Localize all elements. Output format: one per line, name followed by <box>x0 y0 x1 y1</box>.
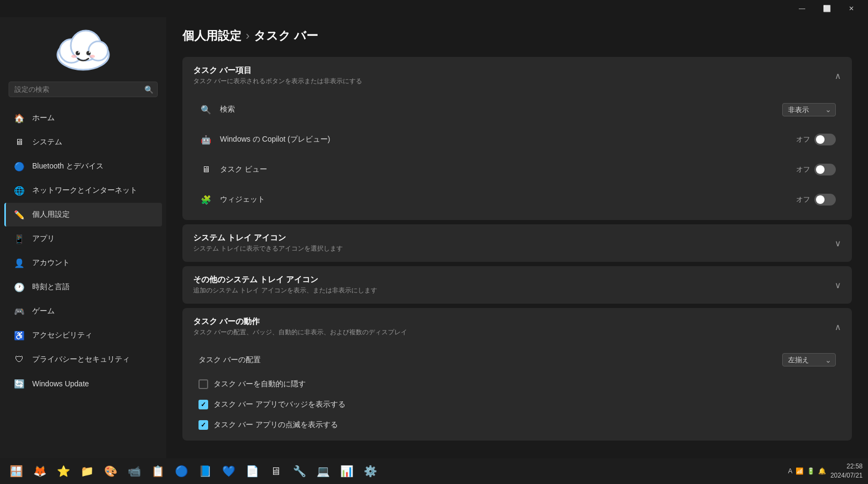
section-taskbar-items: タスク バー項目タスク バーに表示されるボタンを表示または非表示にする∧🔍検索非… <box>182 57 852 220</box>
system-icon: 🖥 <box>13 136 26 149</box>
sidebar-item-bluetooth[interactable]: 🔵Bluetooth とデバイス <box>4 155 162 178</box>
setting-icon-search: 🔍 <box>198 102 214 117</box>
checkbox-auto-hide[interactable] <box>198 379 208 389</box>
setting-label-search: 検索 <box>220 105 235 114</box>
home-label: ホーム <box>32 113 55 123</box>
taskbar-clock: 22:58 2024/07/21 <box>830 462 863 480</box>
section-title-taskbar-items: タスク バー項目 <box>193 65 362 76</box>
taskbar-app-2[interactable]: ⭐ <box>53 460 74 482</box>
section-chevron-taskbar-behavior: ∧ <box>835 322 841 332</box>
sidebar-item-time[interactable]: 🕐時刻と言語 <box>4 275 162 299</box>
svg-point-8 <box>78 52 80 53</box>
accessibility-label: アクセシビリティ <box>32 331 92 340</box>
checkbox-flashing[interactable] <box>198 420 208 430</box>
sidebar-item-windows-update[interactable]: 🔄Windows Update <box>4 372 162 395</box>
section-system-tray-icons: システム トレイ アイコンシステム トレイに表示できるアイコンを選択します∨ <box>182 224 852 262</box>
sidebar: 🔍 🏠ホーム🖥システム🔵Bluetooth とデバイス🌐ネットワークとインターネ… <box>0 17 166 458</box>
taskbar-app-14[interactable]: 📊 <box>336 460 357 482</box>
breadcrumb-parent: 個人用設定 <box>182 28 241 44</box>
setting-icon-task-view: 🖥 <box>198 162 214 177</box>
section-header-system-tray-icons[interactable]: システム トレイ アイコンシステム トレイに表示できるアイコンを選択します∨ <box>182 224 852 262</box>
toggle-copilot[interactable] <box>814 134 836 145</box>
section-header-taskbar-behavior[interactable]: タスク バーの動作タスク バーの配置、バッジ、自動的に非表示、および複数のディス… <box>182 308 852 346</box>
taskbar-align-row: タスク バーの配置左揃え中央揃え <box>188 346 847 374</box>
taskbar-app-8[interactable]: 📘 <box>194 460 216 482</box>
search-icon: 🔍 <box>144 85 153 94</box>
checkbox-row-badge: タスク バー アプリでバッジを表示する <box>188 394 847 415</box>
setting-row-widgets: 🧩ウィジェットオフ <box>188 185 847 215</box>
section-subtitle-other-system-tray: 追加のシステム トレイ アイコンを表示、または非表示にします <box>193 286 377 295</box>
taskbar-align-label: タスク バーの配置 <box>198 355 261 365</box>
taskbar-app-3[interactable]: 📁 <box>76 460 98 482</box>
taskbar-app-1[interactable]: 🦊 <box>29 460 50 482</box>
taskbar-app-13[interactable]: 💻 <box>312 460 334 482</box>
app-logo <box>0 17 166 82</box>
accounts-icon: 👤 <box>13 256 26 269</box>
taskbar-app-11[interactable]: 🖥 <box>265 460 286 482</box>
section-chevron-system-tray-icons: ∨ <box>835 238 841 248</box>
sidebar-item-accounts[interactable]: 👤アカウント <box>4 251 162 275</box>
sidebar-item-personalization[interactable]: ✏️個人用設定 <box>4 203 162 226</box>
taskbar-app-10[interactable]: 📄 <box>241 460 263 482</box>
section-chevron-taskbar-items: ∧ <box>835 71 841 81</box>
taskbar-app-6[interactable]: 📋 <box>147 460 168 482</box>
apps-icon: 📱 <box>13 232 26 245</box>
sidebar-item-privacy[interactable]: 🛡プライバシーとセキュリティ <box>4 348 162 371</box>
taskbar-app-5[interactable]: 📹 <box>123 460 145 482</box>
section-subtitle-taskbar-items: タスク バーに表示されるボタンを表示または非表示にする <box>193 77 362 86</box>
network-icon: 🌐 <box>13 184 26 197</box>
select-search[interactable]: 非表示表示 <box>782 103 836 116</box>
close-button[interactable]: ✕ <box>839 0 864 17</box>
titlebar: — ⬜ ✕ <box>0 0 868 17</box>
taskbar-app-7[interactable]: 🔵 <box>171 460 192 482</box>
section-taskbar-behavior: タスク バーの動作タスク バーの配置、バッジ、自動的に非表示、および複数のディス… <box>182 308 852 441</box>
setting-label-widgets: ウィジェット <box>220 195 265 204</box>
personalization-icon: ✏️ <box>13 208 26 221</box>
toggle-widgets[interactable] <box>814 194 836 206</box>
taskbar-app-15[interactable]: ⚙️ <box>359 460 381 482</box>
taskbar-apps: 🪟🦊⭐📁🎨📹📋🔵📘💙📄🖥🔧💻📊⚙️ <box>5 460 381 482</box>
sidebar-item-network[interactable]: 🌐ネットワークとインターネット <box>4 179 162 202</box>
time-icon: 🕐 <box>13 281 26 294</box>
taskbar-app-4[interactable]: 🎨 <box>100 460 121 482</box>
taskbar-app-12[interactable]: 🔧 <box>289 460 310 482</box>
search-input[interactable] <box>9 82 158 97</box>
minimize-button[interactable]: — <box>790 0 814 17</box>
sidebar-item-home[interactable]: 🏠ホーム <box>4 106 162 130</box>
gaming-label: ゲーム <box>32 306 55 316</box>
section-header-other-system-tray[interactable]: その他のシステム トレイ アイコン追加のシステム トレイ アイコンを表示、または… <box>182 266 852 304</box>
windows-update-icon: 🔄 <box>13 377 26 390</box>
taskbar-right: A 📶 🔋 🔔 22:58 2024/07/21 <box>788 462 863 480</box>
section-header-taskbar-items[interactable]: タスク バー項目タスク バーに表示されるボタンを表示または非表示にする∧ <box>182 57 852 94</box>
sidebar-item-gaming[interactable]: 🎮ゲーム <box>4 299 162 323</box>
checkbox-badge[interactable] <box>198 400 208 409</box>
toggle-label-task-view: オフ <box>796 165 810 174</box>
setting-label-task-view: タスク ビュー <box>220 165 267 174</box>
setting-row-copilot: 🤖Windows の Copilot (プレビュー)オフ <box>188 124 847 155</box>
nav-list: 🏠ホーム🖥システム🔵Bluetooth とデバイス🌐ネットワークとインターネット… <box>0 106 166 396</box>
personalization-label: 個人用設定 <box>32 210 70 219</box>
section-content-taskbar-behavior: タスク バーの配置左揃え中央揃えタスク バーを自動的に隠すタスク バー アプリで… <box>182 346 852 441</box>
sidebar-item-apps[interactable]: 📱アプリ <box>4 227 162 251</box>
section-title-system-tray-icons: システム トレイ アイコン <box>193 233 343 243</box>
toggle-label-widgets: オフ <box>796 195 810 204</box>
taskbar-sys-icons: A 📶 🔋 🔔 <box>788 467 826 475</box>
taskbar-app-0[interactable]: 🪟 <box>5 460 27 482</box>
breadcrumb: 個人用設定 › タスク バー <box>182 28 852 44</box>
taskbar-app-9[interactable]: 💙 <box>218 460 239 482</box>
maximize-button[interactable]: ⬜ <box>814 0 839 17</box>
bluetooth-label: Bluetooth とデバイス <box>32 162 104 171</box>
taskbar-date-display: 2024/07/21 <box>830 471 863 480</box>
checkbox-row-flashing: タスク バー アプリの点滅を表示する <box>188 415 847 435</box>
setting-row-search: 🔍検索非表示表示 <box>188 94 847 124</box>
toggle-task-view[interactable] <box>814 164 836 175</box>
home-icon: 🏠 <box>13 112 26 124</box>
sidebar-item-system[interactable]: 🖥システム <box>4 130 162 154</box>
app-container: 🔍 🏠ホーム🖥システム🔵Bluetooth とデバイス🌐ネットワークとインターネ… <box>0 17 868 458</box>
section-title-taskbar-behavior: タスク バーの動作 <box>193 317 407 327</box>
sidebar-item-accessibility[interactable]: ♿アクセシビリティ <box>4 324 162 347</box>
setting-row-task-view: 🖥タスク ビューオフ <box>188 155 847 185</box>
breadcrumb-current: タスク バー <box>254 28 318 44</box>
taskbar-align-select[interactable]: 左揃え中央揃え <box>782 353 836 366</box>
breadcrumb-separator: › <box>246 29 249 43</box>
